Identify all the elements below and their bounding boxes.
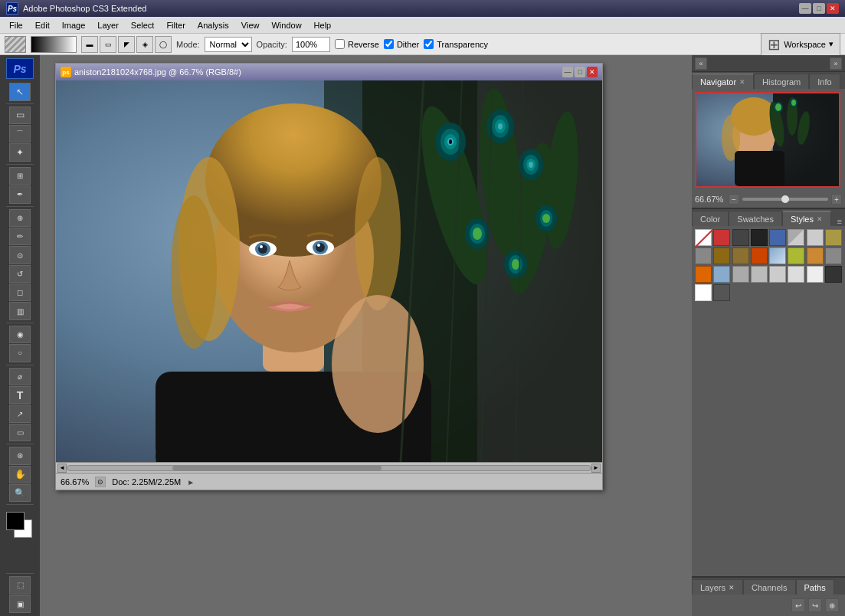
tab-styles[interactable]: Styles ✕ <box>782 211 831 226</box>
bottom-icon-1[interactable]: ↩ <box>791 598 805 612</box>
pen-tool[interactable]: ⌀ <box>9 368 31 385</box>
swatch-10[interactable] <box>732 247 749 264</box>
quick-select-tool[interactable]: ✦ <box>9 143 31 161</box>
tab-color[interactable]: Color <box>692 211 729 226</box>
bottom-icon-3[interactable]: ⊕ <box>825 598 839 612</box>
history-brush-tool[interactable]: ↺ <box>9 265 31 283</box>
panel-menu-btn[interactable]: ≡ <box>837 217 842 226</box>
blur-tool[interactable]: ◉ <box>9 326 31 343</box>
swatch-5[interactable] <box>788 229 804 246</box>
swatch-2[interactable] <box>732 229 749 246</box>
minimize-button[interactable]: — <box>799 3 811 14</box>
shape-btn-3[interactable]: ◤ <box>118 36 135 53</box>
eyedropper-tool[interactable]: ✒ <box>9 185 31 203</box>
menu-help[interactable]: Help <box>308 19 338 31</box>
menu-edit[interactable]: Edit <box>29 19 56 31</box>
bottom-icon-2[interactable]: ↪ <box>808 598 822 612</box>
menu-file[interactable]: File <box>3 19 29 31</box>
opacity-input[interactable] <box>292 37 330 52</box>
tab-channels[interactable]: Channels <box>743 579 795 595</box>
move-tool[interactable]: ↖ <box>9 83 31 100</box>
maximize-button[interactable]: □ <box>813 3 825 14</box>
menu-image[interactable]: Image <box>56 19 92 31</box>
dither-label[interactable]: Dither <box>384 39 419 49</box>
status-icon[interactable]: ⊙ <box>95 477 106 487</box>
doc-minimize-button[interactable]: — <box>562 67 573 77</box>
path-select-tool[interactable]: ↗ <box>9 405 31 422</box>
swatch-13[interactable] <box>788 247 804 264</box>
doc-maximize-button[interactable]: □ <box>575 67 585 77</box>
lasso-tool[interactable]: ⌒ <box>9 125 31 143</box>
eraser-tool[interactable]: ◻ <box>9 283 31 301</box>
menu-layer[interactable]: Layer <box>91 19 125 31</box>
swatch-21[interactable] <box>788 266 804 283</box>
tab-navigator[interactable]: Navigator ✕ <box>692 74 754 89</box>
close-button[interactable]: ✕ <box>827 3 839 14</box>
3d-tool[interactable]: ⊛ <box>9 447 31 464</box>
swatch-1[interactable] <box>713 229 730 246</box>
brush-tool[interactable]: ✏ <box>9 228 31 245</box>
zoom-in-button[interactable]: + <box>831 194 842 205</box>
navigator-thumbnail[interactable] <box>695 92 840 188</box>
swatch-8[interactable] <box>695 247 712 264</box>
status-arrow[interactable]: ► <box>187 478 195 486</box>
crop-tool[interactable]: ⊞ <box>9 167 31 185</box>
menu-view[interactable]: View <box>235 19 266 31</box>
scroll-thumb[interactable] <box>172 466 382 470</box>
swatch-4[interactable] <box>769 229 786 246</box>
swatch-17[interactable] <box>713 266 730 283</box>
swatch-18[interactable] <box>732 266 749 283</box>
doc-hscroll[interactable]: ◄ ► <box>56 462 602 473</box>
hand-tool[interactable]: ✋ <box>9 466 31 483</box>
swatch-11[interactable] <box>751 247 768 264</box>
menu-select[interactable]: Select <box>125 19 161 31</box>
tab-navigator-close[interactable]: ✕ <box>739 78 745 86</box>
type-tool[interactable]: T <box>9 386 31 404</box>
shape-tool[interactable]: ▭ <box>9 424 31 441</box>
swatch-9[interactable] <box>713 247 730 264</box>
scroll-track[interactable] <box>67 465 591 471</box>
marquee-tool[interactable]: ▭ <box>9 106 31 124</box>
tab-styles-close[interactable]: ✕ <box>817 215 823 223</box>
zoom-tool[interactable]: 🔍 <box>9 484 31 502</box>
foreground-color[interactable] <box>6 512 25 530</box>
foreground-swatch[interactable] <box>5 36 26 53</box>
mode-select[interactable]: Normal <box>205 37 252 52</box>
scroll-right-arrow[interactable]: ► <box>591 464 601 473</box>
shape-btn-2[interactable]: ▭ <box>100 36 116 53</box>
swatch-6[interactable] <box>807 229 824 246</box>
menu-filter[interactable]: Filter <box>160 19 191 31</box>
clone-tool[interactable]: ⊙ <box>9 246 31 264</box>
gradient-tool[interactable]: ▥ <box>9 302 31 319</box>
swatch-transparent[interactable] <box>695 229 712 246</box>
gradient-picker[interactable] <box>31 36 77 53</box>
swatch-7[interactable] <box>825 229 842 246</box>
zoom-slider[interactable] <box>742 198 828 201</box>
swatch-14[interactable] <box>807 247 824 264</box>
swatch-16[interactable] <box>695 266 712 283</box>
swatch-19[interactable] <box>751 266 768 283</box>
doc-close-button[interactable]: ✕ <box>587 67 598 77</box>
quick-mask-tool[interactable]: ⬚ <box>9 576 31 594</box>
shape-btn-5[interactable]: ◯ <box>155 36 172 53</box>
transparency-checkbox[interactable] <box>424 39 434 49</box>
panel-collapse-btn[interactable]: « <box>695 57 707 70</box>
tab-swatches[interactable]: Swatches <box>729 211 782 226</box>
zoom-slider-thumb[interactable] <box>781 195 789 203</box>
zoom-out-button[interactable]: − <box>729 194 739 205</box>
reverse-checkbox[interactable] <box>335 39 345 49</box>
shape-btn-1[interactable]: ▬ <box>81 36 98 53</box>
tab-layers[interactable]: Layers ✕ <box>692 579 743 595</box>
panel-expand-btn[interactable]: » <box>830 57 842 70</box>
scroll-left-arrow[interactable]: ◄ <box>57 464 67 473</box>
doc-canvas[interactable] <box>56 80 602 462</box>
tab-paths[interactable]: Paths <box>796 579 834 595</box>
tab-layers-close[interactable]: ✕ <box>729 584 735 591</box>
swatch-3[interactable] <box>751 229 768 246</box>
menu-window[interactable]: Window <box>265 19 307 31</box>
swatch-25[interactable] <box>713 284 730 301</box>
heal-tool[interactable]: ⊕ <box>9 209 31 227</box>
workspace-button[interactable]: ⊞ Workspace ▾ <box>761 33 840 56</box>
swatch-15[interactable] <box>825 247 842 264</box>
tab-histogram[interactable]: Histogram <box>754 74 809 89</box>
